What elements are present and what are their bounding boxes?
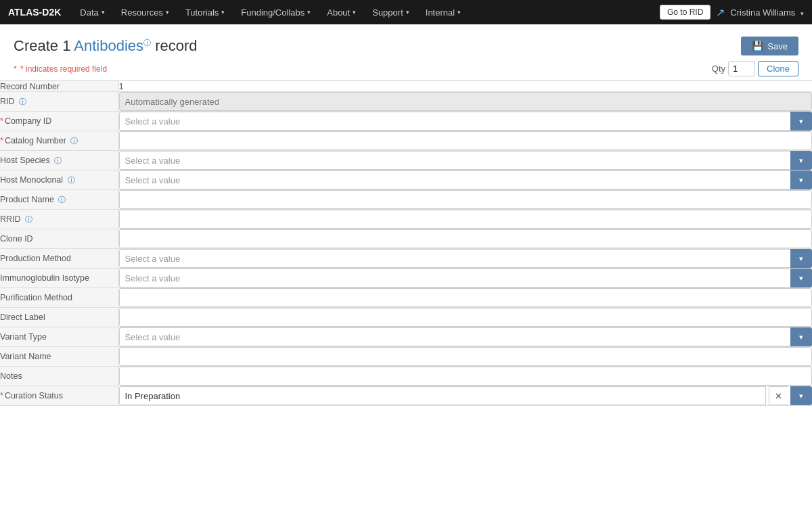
value-cell-clone-id — [118, 229, 812, 249]
form-row-catalog-number: *Catalog Number ⓘ — [0, 131, 812, 151]
required-star: * — [14, 64, 17, 74]
form-row-clone-id: Clone ID — [0, 229, 812, 249]
label-cell-purification-method: Purification Method — [0, 288, 118, 308]
info-icon[interactable]: ⓘ — [19, 97, 26, 106]
field-label-rrid: RRID — [0, 214, 21, 224]
field-label-company-id: Company ID — [5, 116, 51, 126]
label-cell-immunoglobulin-isotype: Immunoglobulin Isotype — [0, 269, 118, 288]
field-label-variant-name: Variant Name — [0, 352, 51, 361]
save-icon: 💾 — [752, 41, 763, 51]
label-cell-clone-id: Clone ID — [0, 229, 118, 249]
select-arrow-btn-variant-type[interactable]: ▾ — [790, 327, 812, 346]
info-icon[interactable]: ⓘ — [68, 176, 75, 184]
form-row-company-id: *Company ID Select a value ▾ — [0, 112, 812, 131]
user-menu[interactable]: Cristina Williams ▾ — [730, 7, 804, 18]
text-input-catalog-number[interactable] — [119, 131, 813, 150]
field-label-catalog-number: Catalog Number — [5, 136, 66, 145]
field-label-immunoglobulin-isotype: Immunoglobulin Isotype — [0, 273, 89, 283]
value-cell-record-number: 1 — [118, 81, 812, 92]
form-row-production-method: Production Method Select a value ▾ — [0, 249, 812, 269]
value-cell-host-monoclonal: Select a value ▾ — [118, 170, 812, 190]
field-label-direct-label: Direct Label — [0, 313, 45, 322]
label-cell-curation-status: *Curation Status — [0, 386, 118, 406]
clone-button[interactable]: Clone — [758, 61, 798, 76]
form-row-rrid: RRID ⓘ — [0, 210, 812, 229]
field-label-host-monoclonal: Host Monoclonal — [0, 175, 63, 185]
select-wrapper-immunoglobulin-isotype: Select a value ▾ — [119, 269, 813, 288]
form-row-variant-name: Variant Name — [0, 347, 812, 367]
label-cell-rid: RID ⓘ — [0, 92, 118, 112]
select-wrapper-variant-type: Select a value ▾ — [119, 327, 813, 346]
text-input-clone-id[interactable] — [119, 229, 813, 248]
label-cell-notes: Notes — [0, 367, 118, 386]
nav-item-funding[interactable]: Funding/Collabs ▾ — [233, 0, 319, 24]
page-title: Create 1 Antibodiesⓘ record — [14, 37, 198, 55]
form-row-direct-label: Direct Label — [0, 308, 812, 327]
field-label-notes: Notes — [0, 371, 22, 381]
nav-item-tutorials[interactable]: Tutorials ▾ — [177, 0, 233, 24]
navbar: ATLAS-D2K Data ▾ Resources ▾ Tutorials ▾… — [0, 0, 812, 24]
nav-item-internal[interactable]: Internal ▾ — [418, 0, 469, 24]
value-cell-variant-name — [118, 347, 812, 367]
select-display-immunoglobulin-isotype[interactable]: Select a value — [119, 269, 813, 288]
nav-item-support[interactable]: Support ▾ — [364, 0, 418, 24]
value-cell-notes — [118, 367, 812, 386]
select-arrow-btn-host-monoclonal[interactable]: ▾ — [790, 170, 812, 189]
share-icon[interactable]: ↗ — [716, 6, 725, 19]
curation-arrow-btn-curation-status[interactable]: ▾ — [790, 386, 812, 405]
curation-clear-btn-curation-status[interactable]: ✕ — [769, 386, 788, 405]
select-arrow-btn-production-method[interactable]: ▾ — [790, 249, 812, 268]
chevron-down-icon: ▾ — [353, 9, 356, 16]
field-label-record-number: Record Number — [0, 82, 60, 91]
nav-item-about[interactable]: About ▾ — [319, 0, 364, 24]
select-display-variant-type[interactable]: Select a value — [119, 327, 813, 346]
select-arrow-btn-immunoglobulin-isotype[interactable]: ▾ — [790, 269, 812, 288]
chevron-down-icon: ▾ — [102, 9, 105, 16]
go-to-rid-button[interactable]: Go to RID — [660, 5, 710, 20]
value-cell-purification-method — [118, 288, 812, 308]
required-star: * — [0, 391, 3, 400]
text-input-direct-label[interactable] — [119, 308, 813, 327]
text-input-notes[interactable] — [119, 367, 813, 386]
value-cell-product-name — [118, 190, 812, 210]
select-arrow-btn-host-species[interactable]: ▾ — [790, 151, 812, 170]
form-row-host-monoclonal: Host Monoclonal ⓘ Select a value ▾ — [0, 170, 812, 190]
text-input-purification-method[interactable] — [119, 288, 813, 307]
label-cell-host-monoclonal: Host Monoclonal ⓘ — [0, 170, 118, 190]
select-display-company-id[interactable]: Select a value — [119, 112, 813, 131]
form-row-purification-method: Purification Method — [0, 288, 812, 308]
qty-clone-row: Qty Clone — [712, 61, 798, 76]
chevron-down-icon: ▾ — [800, 10, 804, 17]
auto-input-rid — [119, 92, 813, 111]
field-label-purification-method: Purification Method — [0, 293, 72, 302]
select-display-production-method[interactable]: Select a value — [119, 249, 813, 268]
text-input-rrid[interactable] — [119, 210, 813, 229]
save-button[interactable]: 💾 Save — [741, 37, 798, 55]
select-arrow-btn-company-id[interactable]: ▾ — [790, 112, 812, 131]
qty-input[interactable] — [728, 61, 755, 76]
value-cell-curation-status: In Preparation ✕ ▾ — [118, 386, 812, 406]
field-label-production-method: Production Method — [0, 254, 71, 263]
chevron-down-icon: ▾ — [406, 9, 409, 16]
form-row-immunoglobulin-isotype: Immunoglobulin Isotype Select a value ▾ — [0, 269, 812, 288]
select-display-host-monoclonal[interactable]: Select a value — [119, 170, 813, 189]
nav-item-resources[interactable]: Resources ▾ — [113, 0, 177, 24]
select-display-host-species[interactable]: Select a value — [119, 151, 813, 170]
info-icon[interactable]: ⓘ — [25, 215, 32, 223]
text-input-variant-name[interactable] — [119, 347, 813, 366]
form-row-curation-status: *Curation Status In Preparation ✕ ▾ — [0, 386, 812, 406]
form-row-variant-type: Variant Type Select a value ▾ — [0, 327, 812, 347]
form-row-product-name: Product Name ⓘ — [0, 190, 812, 210]
info-icon[interactable]: ⓘ — [58, 196, 66, 204]
entity-link[interactable]: Antibodies — [74, 37, 143, 54]
info-icon[interactable]: ⓘ — [143, 39, 151, 47]
info-icon[interactable]: ⓘ — [70, 137, 78, 145]
value-cell-rrid — [118, 210, 812, 229]
required-note: * * indicates required field — [14, 64, 107, 74]
info-icon[interactable]: ⓘ — [54, 156, 62, 164]
value-cell-company-id: Select a value ▾ — [118, 112, 812, 131]
nav-item-data[interactable]: Data ▾ — [72, 0, 112, 24]
value-cell-rid — [118, 92, 812, 112]
value-cell-variant-type: Select a value ▾ — [118, 327, 812, 347]
text-input-product-name[interactable] — [119, 190, 813, 209]
